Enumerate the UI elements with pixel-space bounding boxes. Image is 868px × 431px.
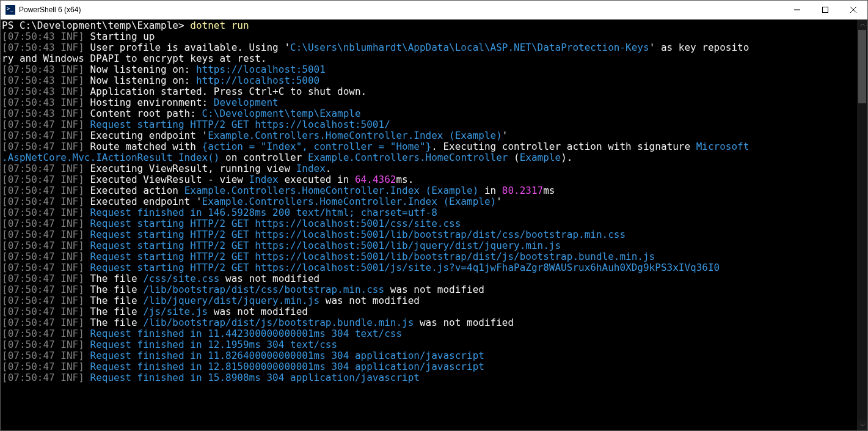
log-segment: C:\Development\temp\Example [202,108,361,119]
log-segment: Request starting HTTP/2 GET https://loca… [84,229,625,240]
log-line: ry and Windows DPAPI to encrypt keys at … [2,53,856,64]
log-segment: was not modified [208,306,308,317]
log-timestamp: [07:50:47 INF] [2,207,84,218]
log-segment: 80.2317 [502,185,543,196]
maximize-button[interactable] [811,1,839,19]
log-line: [07:50:43 INF] Now listening on: https:/… [2,64,856,75]
log-line: [07:50:47 INF] Executed ViewResult - vie… [2,174,856,185]
log-line: [07:50:43 INF] User profile is available… [2,42,856,53]
scrollbar-track[interactable] [857,30,867,420]
maximize-icon [822,7,828,13]
log-segment: /css/site.css [143,273,219,284]
log-line: [07:50:47 INF] Request finished in 15.89… [2,372,856,383]
log-line: [07:50:47 INF] Executing endpoint 'Examp… [2,130,856,141]
log-line: [07:50:47 INF] Request starting HTTP/2 G… [2,119,856,130]
log-line: .AspNetCore.Mvc.IActionResult Index() on… [2,152,856,163]
log-line: [07:50:43 INF] Hosting environment: Deve… [2,97,856,108]
log-segment: Example [520,152,561,163]
log-segment: http://localhost:5000 [196,75,319,86]
log-segment: Now listening on: [84,64,196,75]
log-segment: 64.4362 [355,174,396,185]
log-segment: Route matched with [84,141,202,152]
log-line: [07:50:47 INF] The file /lib/bootstrap/d… [2,317,856,328]
log-line: [07:50:47 INF] Request starting HTTP/2 G… [2,262,856,273]
log-timestamp: [07:50:47 INF] [2,284,84,295]
log-segment: Microsoft [696,141,749,152]
titlebar[interactable]: PowerShell 6 (x64) [1,1,867,20]
log-segment: Example.Controllers.HomeController [308,152,508,163]
log-timestamp: [07:50:47 INF] [2,350,84,361]
log-segment: ms [543,185,555,196]
terminal[interactable]: PS C:\Development\temp\Example> dotnet r… [1,20,857,430]
svg-rect-1 [823,7,828,13]
log-segment: Request finished in 11.826400000000001ms… [84,350,484,361]
log-line: [07:50:47 INF] The file /css/site.css wa… [2,273,856,284]
chevron-up-icon [860,23,865,26]
log-segment: ( [508,152,519,163]
log-segment: Request starting HTTP/2 GET https://loca… [84,218,461,229]
log-segment: The file [84,273,143,284]
log-segment: /lib/jquery/dist/jquery.min.js [143,295,319,306]
log-line: [07:50:47 INF] Executed action Example.C… [2,185,856,196]
log-segment: Content root path: [84,108,202,119]
scroll-down-button[interactable] [857,420,867,430]
log-line: [07:50:47 INF] Request finished in 12.19… [2,339,856,350]
log-timestamp: [07:50:47 INF] [2,339,84,350]
log-segment: /lib/bootstrap/dist/js/bootstrap.bundle.… [143,317,414,328]
log-segment: in [478,185,502,196]
log-segment: ry and Windows DPAPI to encrypt keys at … [2,53,266,64]
log-timestamp: [07:50:47 INF] [2,240,84,251]
log-line: [07:50:47 INF] Executing ViewResult, run… [2,163,856,174]
log-timestamp: [07:50:47 INF] [2,130,84,141]
log-segment: Starting up [84,31,155,42]
scrollbar-thumb[interactable] [858,30,866,103]
log-segment: The file [84,306,143,317]
window-controls [783,1,867,19]
log-timestamp: [07:50:47 INF] [2,372,84,383]
log-segment: Example.Controllers.HomeController.Index… [202,196,497,207]
log-timestamp: [07:50:47 INF] [2,295,84,306]
log-line: [07:50:47 INF] The file /lib/bootstrap/d… [2,284,856,295]
close-icon [850,7,856,13]
log-segment: Now listening on: [84,75,196,86]
log-timestamp: [07:50:47 INF] [2,306,84,317]
log-timestamp: [07:50:47 INF] [2,174,84,185]
close-button[interactable] [839,1,867,19]
log-segment: {action = "Index", controller = "Home"} [202,141,432,152]
minimize-button[interactable] [783,1,811,19]
log-line: [07:50:47 INF] Route matched with {actio… [2,141,856,152]
log-segment: Request starting HTTP/2 GET https://loca… [84,251,655,262]
log-segment: . Executing controller action with signa… [431,141,696,152]
powershell-icon [5,5,15,15]
log-segment: Request starting HTTP/2 GET https://loca… [84,119,390,130]
log-timestamp: [07:50:43 INF] [2,42,84,53]
scrollbar[interactable] [857,20,867,430]
log-segment: was not modified [414,317,514,328]
scroll-up-button[interactable] [857,20,867,30]
log-segment: /js/site.js [143,306,208,317]
log-line: [07:50:47 INF] The file /lib/jquery/dist… [2,295,856,306]
log-timestamp: [07:50:47 INF] [2,141,84,152]
log-timestamp: [07:50:47 INF] [2,251,84,262]
log-segment: Executed ViewResult - view [84,174,249,185]
log-timestamp: [07:50:47 INF] [2,185,84,196]
log-line: [07:50:47 INF] Request finished in 11.82… [2,350,856,361]
powershell-window: PowerShell 6 (x64) PS C:\Development\tem… [0,0,868,431]
log-segment: ). [561,152,572,163]
prompt-text: PS C:\Development\temp\Example> [2,20,190,31]
log-segment: The file [84,284,143,295]
log-segment: was not modified [384,284,484,295]
log-line: [07:50:43 INF] Now listening on: http://… [2,75,856,86]
log-line: [07:50:47 INF] Request finished in 12.81… [2,361,856,372]
log-segment: Hosting environment: [84,97,214,108]
log-timestamp: [07:50:47 INF] [2,317,84,328]
log-timestamp: [07:50:43 INF] [2,64,84,75]
log-timestamp: [07:50:43 INF] [2,86,84,97]
log-segment: User profile is available. Using ' [84,42,290,53]
log-segment: Executing endpoint ' [84,130,208,141]
log-line: [07:50:43 INF] Starting up [2,31,856,42]
log-line: [07:50:47 INF] Request starting HTTP/2 G… [2,229,856,240]
log-line: [07:50:47 INF] Executed endpoint 'Exampl… [2,196,856,207]
log-timestamp: [07:50:43 INF] [2,97,84,108]
log-segment: Application started. Press Ctrl+C to shu… [84,86,367,97]
